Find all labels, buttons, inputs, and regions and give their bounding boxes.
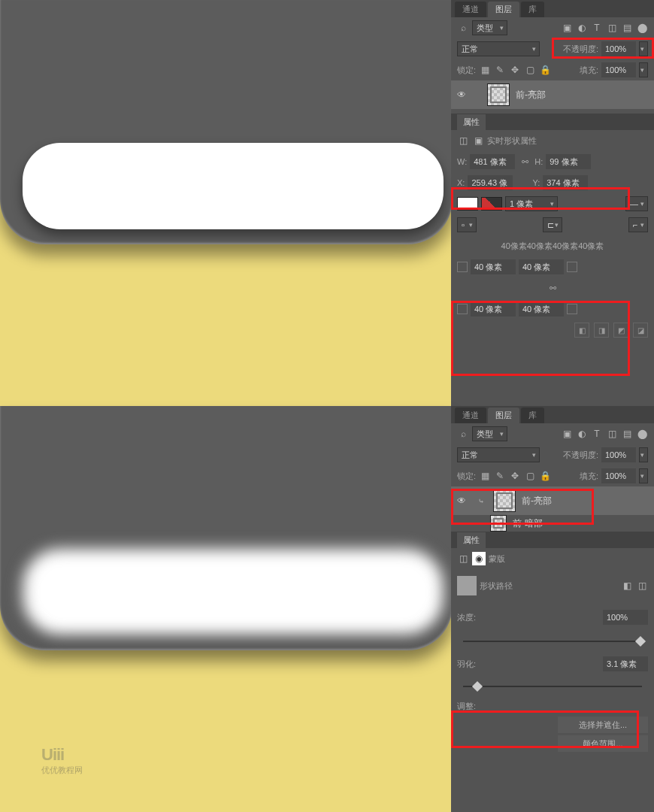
text-type-icon-2[interactable]: T bbox=[591, 428, 603, 440]
lock-transparent-icon[interactable]: ▦ bbox=[479, 64, 491, 76]
density-slider[interactable] bbox=[463, 641, 642, 642]
pathop-combine-icon[interactable]: ◧ bbox=[574, 323, 589, 338]
opacity-dropdown-2[interactable] bbox=[639, 447, 648, 462]
fill-label-2: 填充: bbox=[580, 471, 598, 482]
opacity-dropdown[interactable] bbox=[639, 41, 648, 56]
layer-name[interactable]: 前-亮部 bbox=[516, 89, 546, 102]
shape-type-icon-2[interactable]: ◫ bbox=[606, 428, 618, 440]
width-label: W: bbox=[457, 157, 467, 166]
lock-move-icon-2[interactable]: ✥ bbox=[509, 470, 521, 482]
mask-selected-icon[interactable]: ◉ bbox=[472, 552, 486, 565]
properties-panel-header: 属性 bbox=[451, 114, 654, 130]
subtract-mask-icon[interactable]: ◫ bbox=[636, 580, 648, 592]
pathop-subtract-icon[interactable]: ◨ bbox=[594, 323, 609, 338]
lock-all-icon[interactable]: 🔒 bbox=[539, 64, 551, 76]
density-label: 浓度: bbox=[457, 612, 476, 623]
opacity-input[interactable] bbox=[601, 41, 636, 56]
white-pill-blurred bbox=[23, 549, 444, 635]
link-radius-icon[interactable]: ⚯ bbox=[546, 281, 559, 295]
mask-thumb[interactable] bbox=[457, 576, 477, 595]
tab-library-2[interactable]: 库 bbox=[521, 408, 544, 423]
radius-bl-input[interactable] bbox=[471, 301, 516, 317]
link-wh-icon[interactable]: ⚯ bbox=[518, 155, 531, 168]
layer-name-3[interactable]: 前-暗部 bbox=[513, 517, 543, 530]
add-mask-icon[interactable]: ◧ bbox=[621, 580, 633, 592]
density-input[interactable] bbox=[603, 610, 648, 625]
shape-type-icon[interactable]: ◫ bbox=[606, 22, 618, 34]
width-input[interactable] bbox=[470, 154, 515, 169]
layer-thumb[interactable] bbox=[487, 83, 510, 106]
fill-input-2[interactable] bbox=[601, 468, 636, 483]
fill-swatch[interactable] bbox=[457, 197, 478, 211]
stroke-swatch[interactable] bbox=[481, 197, 502, 211]
y-label: Y: bbox=[532, 178, 540, 187]
smartobj-type-icon-2[interactable]: ▤ bbox=[621, 428, 633, 440]
tab-layers[interactable]: 图层 bbox=[488, 2, 519, 17]
tab-channels[interactable]: 通道 bbox=[455, 2, 486, 17]
pathop-intersect-icon[interactable]: ◩ bbox=[613, 323, 628, 338]
corner-br-icon bbox=[567, 304, 577, 314]
radius-tl-input[interactable] bbox=[471, 259, 516, 274]
filter-type-select-2[interactable]: 类型 bbox=[472, 426, 507, 441]
visibility-icon[interactable]: 👁 bbox=[457, 89, 469, 100]
lock-move-icon[interactable]: ✥ bbox=[509, 64, 521, 76]
layer-row[interactable]: 👁 前-亮部 bbox=[451, 80, 654, 109]
height-input[interactable] bbox=[546, 154, 591, 169]
height-label: H: bbox=[534, 157, 543, 166]
switch-icon[interactable]: ⬤ bbox=[636, 22, 648, 34]
caps-select[interactable]: ⊏ bbox=[543, 217, 562, 232]
fill-input[interactable] bbox=[601, 62, 636, 77]
radius-tr-input[interactable] bbox=[519, 259, 564, 274]
lock-transparent-icon-2[interactable]: ▦ bbox=[479, 470, 491, 482]
fill-dropdown-2[interactable] bbox=[639, 468, 648, 483]
visibility-icon-2[interactable]: 👁 bbox=[457, 495, 469, 506]
opacity-label-2: 不透明度: bbox=[563, 450, 598, 461]
opacity-input-2[interactable] bbox=[601, 447, 636, 462]
smartobj-type-icon[interactable]: ▤ bbox=[621, 22, 633, 34]
opacity-label: 不透明度: bbox=[563, 44, 598, 55]
lock-all-icon-2[interactable]: 🔒 bbox=[539, 470, 551, 482]
feather-input[interactable] bbox=[603, 656, 648, 671]
switch-icon-2[interactable]: ⬤ bbox=[636, 428, 648, 440]
blend-mode-select-2[interactable]: 正常 bbox=[457, 447, 540, 462]
layer-row-2[interactable]: 👁 ⤷ 前-亮部 bbox=[451, 486, 654, 515]
layer-thumb-2[interactable] bbox=[493, 489, 516, 512]
x-input[interactable] bbox=[468, 175, 513, 190]
live-shape-label: 实时形状属性 bbox=[487, 135, 537, 147]
fill-dropdown[interactable] bbox=[639, 62, 648, 77]
layer-thumb-3[interactable] bbox=[490, 515, 507, 532]
properties-panel-header-2: 属性 bbox=[451, 532, 654, 548]
corner-bl-icon bbox=[457, 304, 468, 314]
select-and-mask-button[interactable]: 选择并遮住... bbox=[558, 717, 648, 733]
lock-brush-icon[interactable]: ✎ bbox=[494, 64, 506, 76]
adjustment-type-icon-2[interactable]: ◐ bbox=[576, 428, 588, 440]
radius-summary: 40像素40像素40像素40像素 bbox=[501, 241, 604, 252]
stroke-width-select[interactable]: 1 像素 bbox=[505, 196, 558, 211]
shape-props-icon: ◫ bbox=[457, 135, 469, 147]
lock-artboard-icon[interactable]: ▢ bbox=[524, 64, 536, 76]
blend-mode-select[interactable]: 正常 bbox=[457, 41, 540, 56]
color-range-button[interactable]: 颜色范围... bbox=[558, 735, 648, 752]
pathop-exclude-icon[interactable]: ◪ bbox=[633, 323, 648, 338]
layers-panel-tabs: 通道 图层 库 bbox=[451, 0, 654, 17]
image-type-icon-2[interactable]: ▣ bbox=[561, 428, 573, 440]
layer-name-2[interactable]: 前-亮部 bbox=[522, 495, 552, 508]
align-select[interactable]: ▫ bbox=[457, 217, 477, 232]
corners-select[interactable]: ⌐ bbox=[628, 217, 648, 232]
tab-layers-2[interactable]: 图层 bbox=[488, 408, 519, 423]
tab-channels-2[interactable]: 通道 bbox=[455, 408, 486, 423]
lock-brush-icon-2[interactable]: ✎ bbox=[494, 470, 506, 482]
image-type-icon[interactable]: ▣ bbox=[561, 22, 573, 34]
tab-library[interactable]: 库 bbox=[521, 2, 544, 17]
text-type-icon[interactable]: T bbox=[591, 22, 603, 34]
shape-props-icon-2: ◫ bbox=[457, 553, 469, 565]
adjustment-type-icon[interactable]: ◐ bbox=[576, 22, 588, 34]
filter-type-select[interactable]: 类型 bbox=[472, 20, 507, 35]
feather-label: 羽化: bbox=[457, 659, 476, 670]
feather-slider[interactable] bbox=[463, 686, 642, 687]
y-input[interactable] bbox=[543, 175, 588, 190]
radius-br-input[interactable] bbox=[519, 301, 564, 317]
stroke-style-select[interactable]: — bbox=[625, 196, 648, 211]
lock-artboard-icon-2[interactable]: ▢ bbox=[524, 470, 536, 482]
layer-row-3[interactable]: 前-暗部 bbox=[451, 515, 654, 532]
